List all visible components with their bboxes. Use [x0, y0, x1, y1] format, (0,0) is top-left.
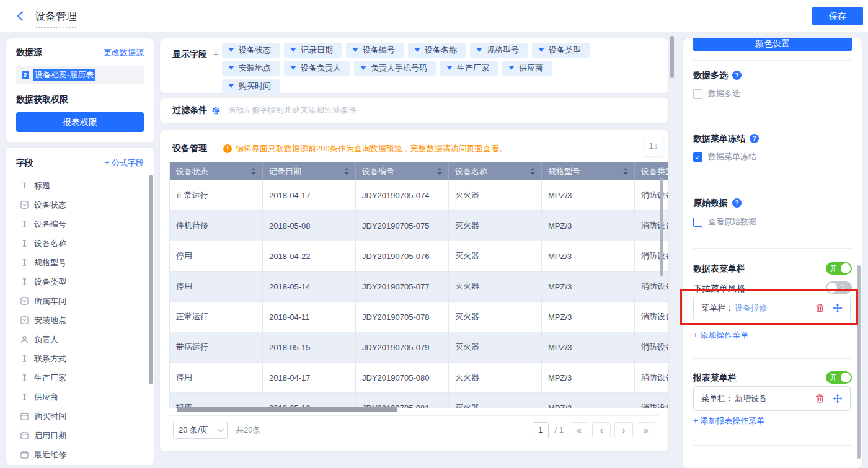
display-field-chip[interactable]: 记录日期	[284, 43, 342, 58]
field-item[interactable]: 设备编号	[16, 214, 144, 234]
page-size-select[interactable]: 20 条/页	[173, 422, 228, 439]
add-display-field-button[interactable]: +	[213, 48, 219, 59]
table-row[interactable]: 停用2018-04-22JDY20190705-076灭火器MPZ/3消防设备	[170, 241, 668, 272]
field-item[interactable]: 安装地点	[16, 311, 144, 330]
menu-item-value[interactable]: 设备报修	[735, 302, 767, 314]
trash-icon[interactable]	[815, 394, 825, 404]
table-row[interactable]: 停用2018-05-14JDY20190705-077灭火器MPZ/3消防设备	[170, 272, 668, 302]
middle-panel-scrollbar[interactable]	[670, 36, 674, 78]
table-row[interactable]: 正常运行2018-04-11JDY20190705-078灭火器MPZ/3消防设…	[170, 302, 668, 332]
display-field-chip[interactable]: 设备负责人	[284, 61, 350, 76]
report-permission-button[interactable]: 报表权限	[16, 112, 144, 132]
toggle-on-label: 开	[830, 262, 837, 275]
field-item[interactable]: 供应商	[16, 387, 144, 407]
display-field-chip[interactable]: 购买时间	[222, 79, 280, 94]
save-button[interactable]: 保存	[812, 7, 863, 25]
display-field-chip[interactable]: 生产厂家	[440, 61, 498, 76]
toggle-knob	[841, 263, 851, 273]
field-item-label: 设备状态	[34, 200, 66, 211]
help-icon[interactable]: ?	[750, 134, 759, 143]
display-field-chip[interactable]: 设备状态	[222, 43, 280, 58]
field-item[interactable]: 设备类型	[16, 272, 144, 291]
sort-tool-button[interactable]: 1↓	[644, 135, 663, 157]
add-report-action-menu-link[interactable]: + 添加报表操作菜单	[693, 415, 764, 426]
next-page-button[interactable]	[614, 422, 633, 438]
dropdown-style-toggle[interactable]: 关	[826, 281, 852, 294]
page-title[interactable]: 设备管理	[35, 9, 77, 28]
raw-data-option[interactable]: 查看原始数据	[693, 216, 756, 227]
sort-arrows-icon[interactable]	[623, 168, 629, 175]
field-item[interactable]: 生产厂家	[16, 368, 144, 387]
help-icon[interactable]: ?	[732, 198, 742, 208]
menu-freeze-checkbox[interactable]: ✓	[693, 152, 702, 162]
field-item[interactable]: 购买时间	[16, 407, 144, 426]
table-column-header[interactable]: 设备类型	[635, 162, 668, 180]
field-item[interactable]: 负责人	[16, 330, 144, 349]
chevron-down-icon	[218, 426, 224, 432]
datasource-item[interactable]: 设备档案-履历表	[16, 66, 144, 84]
first-page-button[interactable]	[570, 422, 588, 438]
table-row[interactable]: 报废2018-05-12JDY20190705-081灭火器MPZ/3消防设备	[170, 393, 668, 408]
table-menu-item[interactable]: 菜单栏： 设备报修	[693, 296, 851, 320]
color-settings-button[interactable]: 颜色设置	[693, 38, 852, 51]
field-item[interactable]: 启用日期	[16, 426, 144, 445]
table-column-header[interactable]: 设备状态	[170, 162, 263, 180]
last-page-button[interactable]	[637, 422, 655, 438]
display-field-chip[interactable]: 设备编号	[346, 43, 404, 58]
sort-arrows-icon[interactable]	[344, 168, 350, 175]
help-icon[interactable]: ?	[732, 71, 742, 80]
table-menu-toggle[interactable]: 开	[826, 262, 852, 275]
triangle-down-icon	[229, 66, 234, 70]
field-item[interactable]: 联系方式	[16, 349, 144, 368]
page-number-input[interactable]: 1	[533, 422, 549, 438]
table-row[interactable]: 带病运行2018-05-15JDY20190705-079灭火器MPZ/3消防设…	[170, 332, 668, 363]
table-column-header[interactable]: 规格型号	[542, 162, 635, 180]
field-item[interactable]: 最近维修	[16, 445, 144, 464]
back-icon[interactable]	[15, 11, 26, 22]
chip-label: 设备负责人	[301, 63, 341, 74]
multi-select-checkbox[interactable]	[693, 89, 702, 99]
multi-select-option[interactable]: 数据多选	[693, 88, 740, 99]
table-row[interactable]: 正常运行2018-04-17JDY20190705-074灭火器MPZ/3消防设…	[170, 180, 668, 211]
table-column-header[interactable]: 记录日期	[263, 162, 356, 180]
text-icon	[20, 220, 29, 229]
field-item[interactable]: 所属车间	[16, 291, 144, 311]
table-column-header[interactable]: 设备编号	[356, 162, 449, 180]
table-warning: ! 编辑界面只取数据源前200条作为查询数据预览，完整数据请访问页面查看。	[223, 143, 507, 154]
table-row[interactable]: 停机待修2018-05-08JDY20190705-075灭火器MPZ/3消防设…	[170, 211, 668, 241]
trash-icon[interactable]	[815, 303, 825, 313]
table-column-header[interactable]: 设备名称	[449, 162, 542, 180]
move-icon[interactable]	[833, 394, 843, 404]
add-action-menu-link[interactable]: + 添加操作菜单	[693, 330, 748, 341]
field-item[interactable]: 设备状态	[16, 195, 144, 214]
table-vertical-scrollbar[interactable]	[660, 178, 663, 276]
gear-icon[interactable]	[211, 106, 221, 115]
display-field-chip[interactable]: 负责人手机号码	[354, 61, 436, 76]
page-size-value: 20 条/页	[179, 425, 208, 436]
field-item[interactable]: 设备名称	[16, 234, 144, 253]
fields-scrollbar[interactable]	[149, 175, 153, 384]
display-field-chip[interactable]: 安装地点	[222, 61, 280, 76]
field-item[interactable]: 规格型号	[16, 253, 144, 272]
display-field-chip[interactable]: 供应商	[502, 61, 552, 76]
sort-arrows-icon[interactable]	[530, 168, 536, 175]
settings-scrollbar[interactable]	[857, 265, 861, 459]
change-datasource-link[interactable]: 更改数据源	[104, 47, 144, 58]
menu-freeze-option[interactable]: ✓ 数据菜单冻结	[693, 151, 756, 162]
move-icon[interactable]	[833, 303, 843, 313]
table-horizontal-scrollbar[interactable]	[177, 407, 397, 412]
sort-arrows-icon[interactable]	[437, 168, 443, 175]
add-formula-field-link[interactable]: + 公式字段	[105, 157, 144, 169]
raw-data-checkbox[interactable]	[693, 218, 702, 227]
display-field-chip[interactable]: 设备类型	[532, 43, 590, 58]
filter-bar[interactable]: 过滤条件 拖动左侧字段到此处来添加过滤条件	[160, 98, 668, 123]
report-menu-toggle[interactable]: 开	[826, 371, 852, 384]
report-menu-item[interactable]: 菜单栏： 新增设备	[693, 386, 851, 411]
display-field-chip[interactable]: 设备名称	[408, 43, 466, 58]
table-row[interactable]: 停用2018-04-17JDY20190705-080灭火器MPZ/3消防设备	[170, 363, 668, 393]
display-field-chip[interactable]: 规格型号	[470, 43, 528, 58]
menu-item-value[interactable]: 新增设备	[735, 393, 767, 404]
prev-page-button[interactable]	[592, 422, 611, 438]
sort-arrows-icon[interactable]	[251, 168, 257, 175]
field-item[interactable]: 标题	[16, 176, 144, 195]
